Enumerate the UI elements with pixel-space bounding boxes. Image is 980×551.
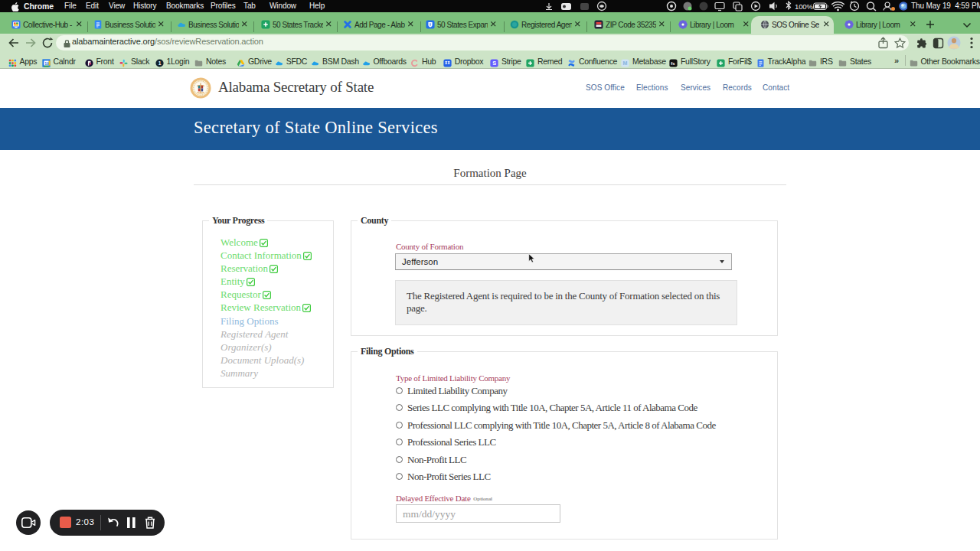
svg-text:fs: fs [671, 60, 675, 65]
svg-text:S: S [492, 60, 496, 67]
svg-text:100%: 100% [795, 2, 814, 11]
svg-text:M: M [623, 60, 628, 66]
svg-text:1: 1 [158, 60, 161, 65]
svg-text:19: 19 [44, 60, 49, 65]
